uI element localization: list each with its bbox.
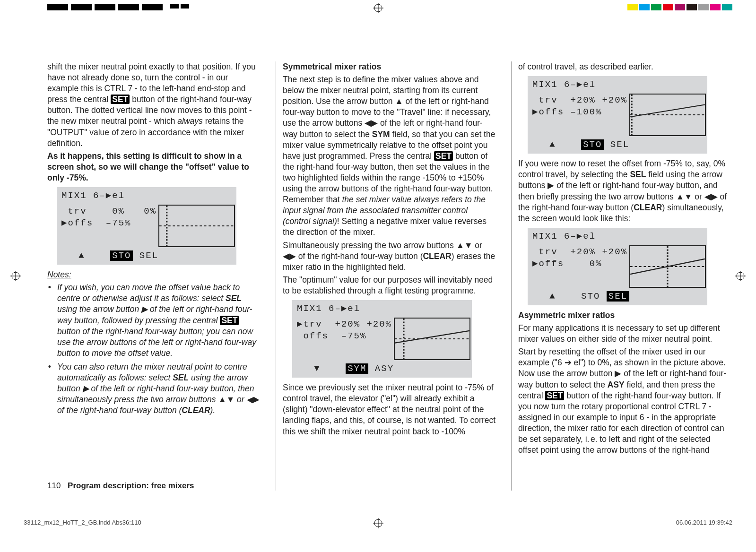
column-1: shift the mixer neutral point exactly to… xyxy=(24,61,261,491)
note-item: You can also return the mixer neutral po… xyxy=(57,362,261,416)
registration-mark-icon xyxy=(10,271,21,281)
registration-mark-icon xyxy=(373,518,383,528)
registration-mark-icon xyxy=(735,271,746,281)
lcd-row-trv: trv +20% +20% xyxy=(532,95,627,106)
note-item: If you wish, you can move the offset val… xyxy=(57,282,261,359)
body-text: Since we previously set the mixer neutra… xyxy=(283,382,497,437)
set-badge: SET xyxy=(220,316,239,325)
lcd-panel-1: MIX1 6–▶el trv 0% 0% ▶offs –75% ▲ STO SE… xyxy=(57,187,236,265)
body-text-bold: As it happens, this setting is difficult… xyxy=(47,151,261,183)
lcd-row-offs: ▶offs 0% xyxy=(532,258,627,270)
lcd-footer: ▲ STO SEL xyxy=(530,291,704,302)
lcd-title: MIX1 6–▶el xyxy=(530,78,704,94)
page-number: 110 xyxy=(47,481,61,490)
page-content: shift the mixer neutral point exactly to… xyxy=(24,61,732,491)
body-text: of control travel, as described earlier. xyxy=(518,61,732,72)
color-bars xyxy=(627,4,732,10)
body-text: For many applications it is necessary to… xyxy=(518,323,732,345)
subheading: Asymmetric mixer ratios xyxy=(518,310,732,321)
imposition-right: 06.06.2011 19:39:42 xyxy=(676,519,732,526)
set-badge: SET xyxy=(434,151,453,161)
lcd-graph xyxy=(629,94,706,136)
column-3: of control travel, as described earlier.… xyxy=(511,61,732,491)
lcd-footer: ▼ SYM ASY xyxy=(295,363,469,375)
set-badge: SET xyxy=(111,95,130,104)
black-bars-group xyxy=(47,4,163,10)
page-footer: 110 Program description: free mixers xyxy=(47,481,194,491)
lcd-row-offs: ▶offs –100% xyxy=(532,106,627,118)
body-text: The "optimum" value for our purposes wil… xyxy=(283,275,497,296)
body-text: If you were now to reset the offset from… xyxy=(518,158,732,224)
body-text: The next step is to define the mixer val… xyxy=(283,74,497,238)
lcd-title: MIX1 6–▶el xyxy=(295,302,469,318)
lcd-row-trv: ▶trv +20% +20% xyxy=(297,319,392,330)
lcd-row-trv: trv +20% +20% xyxy=(532,246,627,258)
lcd-panel-3: MIX1 6–▶el trv +20% +20% ▶offs –100% ▲ S… xyxy=(528,76,707,154)
lcd-title: MIX1 6–▶el xyxy=(60,189,234,205)
lcd-title: MIX1 6–▶el xyxy=(530,230,704,245)
lcd-row-offs: ▶offs –75% xyxy=(61,217,156,229)
subheading: Symmetrical mixer ratios xyxy=(283,61,497,72)
registration-mark-icon xyxy=(373,3,383,13)
notes-list: If you wish, you can move the offset val… xyxy=(47,282,261,416)
body-text: Start by resetting the offset of the mix… xyxy=(518,346,732,456)
set-badge: SET xyxy=(545,391,564,400)
body-text: Simultaneously pressing the two arrow bu… xyxy=(283,240,497,273)
lcd-row-offs: offs –75% xyxy=(297,330,392,342)
small-bars-group xyxy=(170,4,189,9)
lcd-graph xyxy=(629,245,706,288)
lcd-panel-4: MIX1 6–▶el trv +20% +20% ▶offs 0% ▲ STO … xyxy=(528,228,707,305)
svg-line-16 xyxy=(395,331,469,343)
lcd-footer: ▲ STO SEL xyxy=(60,250,234,262)
body-text: shift the mixer neutral point exactly to… xyxy=(47,61,261,149)
lcd-graph xyxy=(158,205,235,247)
column-2: Symmetrical mixer ratios The next step i… xyxy=(276,61,497,491)
lcd-graph xyxy=(394,318,470,360)
lcd-footer: ▲ STO SEL xyxy=(530,139,704,151)
lcd-row-trv: trv 0% 0% xyxy=(61,206,156,217)
notes-heading: Notes: xyxy=(47,269,261,280)
section-title: Program description: free mixers xyxy=(68,481,194,490)
imposition-left: 33112_mx12_HoTT_2_GB.indd Abs36:110 xyxy=(24,519,141,526)
lcd-panel-2: MIX1 6–▶el ▶trv +20% +20% offs –75% ▼ SY… xyxy=(292,300,472,378)
